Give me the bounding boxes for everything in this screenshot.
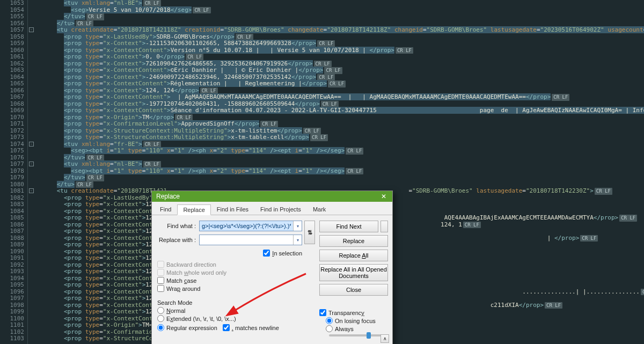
dialog-title: Replace bbox=[156, 193, 180, 200]
find-next-dropdown[interactable] bbox=[380, 221, 388, 232]
dialog-titlebar[interactable]: Replace ✕ bbox=[152, 191, 392, 202]
close-button[interactable]: Close bbox=[319, 284, 388, 296]
replace-with-input[interactable] bbox=[200, 235, 293, 245]
replace-all-open-button[interactable]: Replace All in All Opened Documents bbox=[319, 264, 388, 281]
line-number-gutter: 1053105410551056105710581059106010611062… bbox=[0, 0, 28, 344]
find-what-combo[interactable]: ▾ bbox=[199, 221, 302, 231]
tab-find[interactable]: Find bbox=[154, 204, 177, 215]
tab-mark[interactable]: Mark bbox=[307, 204, 332, 215]
replace-dialog: Replace ✕ FindReplaceFind in FilesFind i… bbox=[151, 191, 393, 344]
whole-word-check: Match whole word only bbox=[157, 269, 315, 276]
find-next-button[interactable]: Find Next bbox=[319, 221, 378, 232]
always-radio[interactable]: Always bbox=[326, 325, 388, 332]
replace-all-button[interactable]: Replace All bbox=[319, 250, 388, 261]
matches-newline-check[interactable]: . matches newline bbox=[223, 324, 279, 331]
find-what-input[interactable] bbox=[200, 221, 293, 231]
on-losing-radio[interactable]: On losing focus bbox=[326, 317, 388, 324]
dropdown-icon[interactable]: ▾ bbox=[293, 235, 302, 245]
search-mode-label: Search Mode bbox=[157, 299, 279, 306]
normal-radio[interactable]: Normal bbox=[157, 307, 279, 314]
transparency-slider[interactable] bbox=[329, 334, 383, 336]
dropdown-icon[interactable]: ▾ bbox=[293, 221, 302, 231]
match-case-check[interactable]: Match case bbox=[157, 277, 315, 284]
tab-replace[interactable]: Replace bbox=[177, 204, 210, 215]
transparency-check[interactable]: Transparency bbox=[319, 309, 388, 316]
in-selection-check[interactable]: IIn selectionn selection bbox=[263, 250, 302, 257]
replace-button[interactable]: Replace bbox=[319, 235, 388, 247]
regex-radio[interactable]: Regular expression bbox=[157, 324, 217, 331]
fold-column: ---- bbox=[28, 0, 35, 344]
backward-check: Backward direction bbox=[157, 261, 315, 268]
extended-radio[interactable]: Extended (\n, \r, \t, \0, \x...) bbox=[157, 315, 279, 322]
tab-find-in-files[interactable]: Find in Files bbox=[211, 204, 254, 215]
replace-with-combo[interactable]: ▾ bbox=[199, 235, 302, 245]
replace-with-label: Replace with : bbox=[157, 237, 196, 243]
tab-find-in-projects[interactable]: Find in Projects bbox=[254, 204, 307, 215]
caret-up-button[interactable]: ∧ bbox=[380, 334, 389, 343]
close-icon[interactable]: ✕ bbox=[377, 192, 390, 201]
dialog-tabs: FindReplaceFind in FilesFind in Projects… bbox=[152, 202, 392, 215]
find-what-label: Find what : bbox=[157, 223, 196, 229]
wrap-check[interactable]: Wrap around bbox=[157, 285, 315, 292]
swap-button[interactable]: ⇅ bbox=[304, 221, 315, 244]
